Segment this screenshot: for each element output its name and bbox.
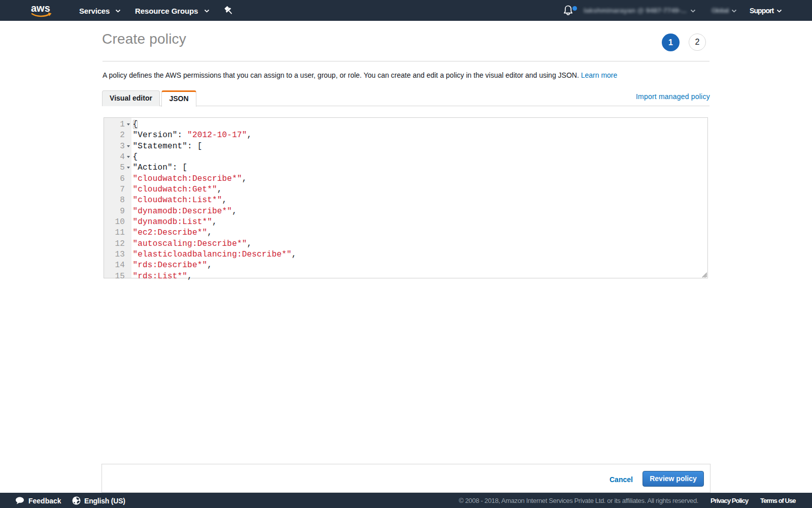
svg-text:aws: aws (31, 4, 50, 14)
